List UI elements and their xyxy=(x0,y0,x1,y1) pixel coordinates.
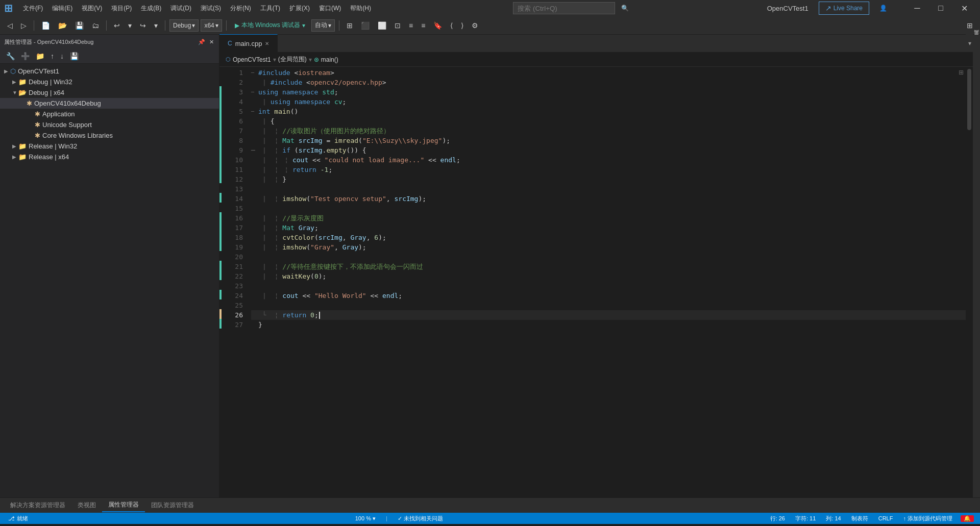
auto-dropdown[interactable]: 自动 ▾ xyxy=(311,19,335,32)
tab-close-icon[interactable]: ✕ xyxy=(265,41,269,46)
undo-button[interactable]: ↩ xyxy=(111,20,123,31)
search-icon[interactable]: 🔍 xyxy=(621,5,629,12)
run-button[interactable]: ▶ 本地 Windows 调试器 ▾ xyxy=(231,20,309,31)
code-line-18: | ¦ cvtColor(srcImg, Gray, 6); xyxy=(251,233,966,242)
fold-5[interactable]: ─ xyxy=(251,107,257,116)
row-info[interactable]: 行: 26 xyxy=(768,515,787,522)
close-button[interactable]: ✕ xyxy=(952,0,976,16)
encoding-info[interactable]: CRLF xyxy=(876,515,895,521)
tab-solution-explorer[interactable]: 解决方案资源管理器 xyxy=(4,499,71,512)
open-button[interactable]: 📂 xyxy=(55,20,70,31)
wrench-icon[interactable]: 🔧 xyxy=(4,51,17,61)
fold-9[interactable]: ─ xyxy=(251,145,258,155)
debug-config-dropdown[interactable]: Debug ▾ xyxy=(169,19,199,32)
back-button[interactable]: ◁ xyxy=(4,20,16,31)
platform-dropdown[interactable]: x64 ▾ xyxy=(201,19,222,32)
menu-view[interactable]: 视图(V) xyxy=(78,2,106,15)
scroll-thumb[interactable] xyxy=(967,69,971,130)
tree-item-debug-x64[interactable]: ▼ 📂 Debug | x64 xyxy=(0,87,219,98)
tab-main-cpp[interactable]: C main.cpp ✕ xyxy=(219,34,278,52)
up-icon[interactable]: ↑ xyxy=(48,51,56,61)
menu-debug[interactable]: 调试(D) xyxy=(166,2,195,15)
platform-label: x64 xyxy=(204,22,214,29)
breadcrumb-scope[interactable]: (全局范围) xyxy=(278,55,307,64)
code-area[interactable]: ⊞ xyxy=(219,67,973,497)
kw-int: int xyxy=(258,107,270,116)
tree-item-application[interactable]: ✱ Application xyxy=(0,109,219,119)
tab-property-manager[interactable]: 属性管理器 xyxy=(102,498,145,512)
tree-arrow-debug-x64: ▼ xyxy=(12,90,18,95)
toolbar-icon-7[interactable]: ⟨ xyxy=(447,20,456,31)
redo-dropdown[interactable]: ▾ xyxy=(151,20,161,31)
ns-std: std xyxy=(322,87,334,97)
tree-item-opencv-debug[interactable]: ✱ OpenCV410x64Debug xyxy=(0,98,219,109)
status-git-icon[interactable]: ⎇ 就绪 xyxy=(6,515,30,522)
menu-test[interactable]: 测试(S) xyxy=(197,2,225,15)
side-panel-toggle[interactable]: 工具箱 xyxy=(971,37,980,41)
pin-icon[interactable]: 📌 xyxy=(197,38,206,46)
add-to-source[interactable]: ↑ 添加到源代码管理 xyxy=(901,515,954,522)
down-icon[interactable]: ↓ xyxy=(58,51,66,61)
live-share-button[interactable]: ↗ Live Share xyxy=(819,2,869,15)
breadcrumb-project[interactable]: ⬡ OpenCVTest1 xyxy=(226,56,271,63)
toolbar-icon-1[interactable]: ⊞ xyxy=(344,20,356,31)
tab-team-explorer[interactable]: 团队资源管理器 xyxy=(145,499,200,512)
toolbar-icon-6[interactable]: ≡ xyxy=(418,20,428,31)
breadcrumb-sep-1: ▾ xyxy=(273,56,276,63)
toolbar-icon-2[interactable]: ⬛ xyxy=(358,20,373,31)
toolbar-sep-4 xyxy=(226,20,227,31)
tree-item-release-x64[interactable]: ▶ 📁 Release | x64 xyxy=(0,152,219,162)
notification-icon[interactable]: 🔔 xyxy=(961,515,974,522)
menu-window[interactable]: 窗口(W) xyxy=(315,2,345,15)
toolbar-icon-5[interactable]: ≡ xyxy=(406,20,416,31)
tree-item-debug-win32[interactable]: ▶ 📁 Debug | Win32 xyxy=(0,77,219,87)
code-line-6: | { xyxy=(251,116,966,126)
panel-close-icon[interactable]: ✕ xyxy=(208,38,215,46)
bookmark-icon[interactable]: 🔖 xyxy=(430,20,445,31)
toolbar-icon-4[interactable]: ⊡ xyxy=(391,20,404,31)
undo-dropdown[interactable]: ▾ xyxy=(125,20,135,31)
menu-tools[interactable]: 工具(T) xyxy=(256,2,284,15)
source-icon: ↑ xyxy=(903,515,906,521)
save-prop-icon[interactable]: 💾 xyxy=(68,51,81,61)
menu-help[interactable]: 帮助(H) xyxy=(346,2,375,15)
menu-file[interactable]: 文件(F) xyxy=(19,2,47,15)
account-icon[interactable]: 👤 xyxy=(875,5,891,12)
col-info[interactable]: 列: 14 xyxy=(824,515,843,522)
menu-build[interactable]: 生成(B) xyxy=(137,2,165,15)
redo-button[interactable]: ↪ xyxy=(137,20,149,31)
save-button[interactable]: 💾 xyxy=(72,20,87,31)
global-search-input[interactable] xyxy=(513,2,615,14)
add-prop-icon[interactable]: ➕ xyxy=(19,51,32,61)
settings-icon[interactable]: ⚙ xyxy=(469,20,481,31)
char-info[interactable]: 字符: 11 xyxy=(793,515,818,522)
tree-item-unicode[interactable]: ✱ Unicode Support xyxy=(0,119,219,130)
toolbar-icon-3[interactable]: ⬜ xyxy=(375,20,389,31)
toolbar-sep-5 xyxy=(339,20,339,31)
add-icon[interactable]: ⊞ xyxy=(959,69,964,76)
new-file-button[interactable]: 📄 xyxy=(38,20,53,31)
menu-edit[interactable]: 编辑(E) xyxy=(48,2,77,15)
tab-class-view[interactable]: 类视图 xyxy=(71,499,102,512)
right-scrollbar[interactable] xyxy=(966,67,973,497)
tree-item-opencvtest1[interactable]: ▶ ⬡ OpenCVTest1 xyxy=(0,66,219,77)
right-panel-toggle[interactable]: ⊞ xyxy=(964,20,976,31)
maximize-button[interactable]: □ xyxy=(929,0,952,16)
fold-1[interactable]: ─ xyxy=(251,68,257,78)
menu-extensions[interactable]: 扩展(X) xyxy=(285,2,314,15)
breadcrumb-symbol[interactable]: ⊛ main() xyxy=(314,56,338,63)
menu-analyze[interactable]: 分析(N) xyxy=(226,2,255,15)
menu-project[interactable]: 项目(P) xyxy=(107,2,136,15)
fold-3[interactable]: ─ xyxy=(251,87,257,97)
no-issues-status[interactable]: ✓ 未找到相关问题 xyxy=(396,515,445,522)
tree-item-release-win32[interactable]: ▶ 📁 Release | Win32 xyxy=(0,141,219,152)
minimize-button[interactable]: ─ xyxy=(905,0,929,16)
tree-item-core-libs[interactable]: ✱ Core Windows Libraries xyxy=(0,130,219,141)
zoom-level[interactable]: 100 % ▾ xyxy=(353,515,378,522)
code-content[interactable]: ─#include <iostream> | #include <opencv2… xyxy=(247,67,966,497)
forward-button[interactable]: ▷ xyxy=(18,20,30,31)
save-all-button[interactable]: 🗂 xyxy=(89,20,102,31)
line-end-info[interactable]: 制表符 xyxy=(849,515,870,522)
toolbar-icon-8[interactable]: ⟩ xyxy=(458,20,467,31)
folder-icon[interactable]: 📁 xyxy=(34,51,46,61)
